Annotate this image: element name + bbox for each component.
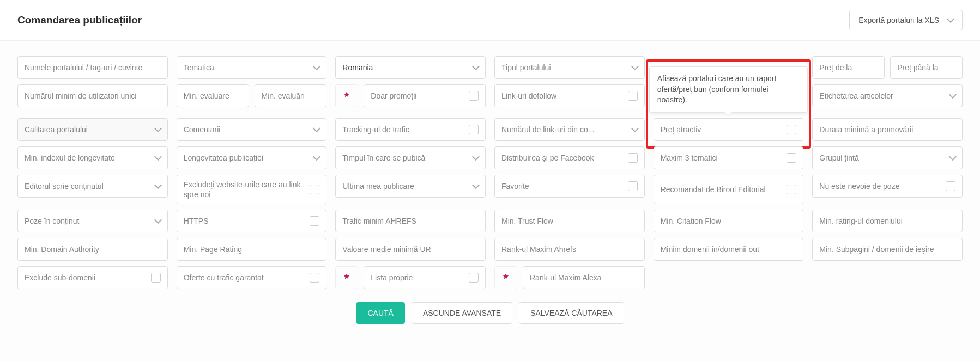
min-pr-input[interactable]	[177, 238, 327, 261]
portal-name-input[interactable]	[17, 56, 168, 79]
checkbox-icon[interactable]	[628, 91, 638, 101]
min-eval-from-field[interactable]	[184, 91, 242, 100]
min-trust-flow-input[interactable]	[494, 210, 645, 232]
min-subpages-input[interactable]	[812, 238, 963, 261]
min-domain-rating-input[interactable]	[812, 210, 963, 232]
min-domains-input[interactable]	[654, 238, 804, 261]
min-eval-to-field[interactable]	[262, 91, 320, 100]
no-photos-label: Nu este nevoie de poze	[819, 182, 941, 191]
https-label: HTTPS	[184, 217, 306, 225]
last-publish-select[interactable]: Ultima mea publicare	[335, 175, 486, 198]
recommended-toggle[interactable]: Recomandat de Biroul Editorial	[654, 175, 804, 204]
longevity-index-select[interactable]: Min. indexul de longevitate	[17, 146, 168, 169]
ahrefs-traffic-input[interactable]	[335, 210, 486, 232]
min-trust-flow-field[interactable]	[501, 217, 638, 225]
exclude-sub-label: Exclude sub-domenii	[25, 273, 147, 282]
quality-select[interactable]: Calitatea portalului	[17, 118, 168, 141]
pub-longevity-select[interactable]: Longevitatea publicației	[177, 146, 327, 169]
checkbox-icon[interactable]	[787, 153, 796, 163]
tooltip-text: Afișează portaluri care au un raport ofe…	[657, 74, 777, 104]
min-eval-from-input[interactable]	[177, 84, 249, 107]
country-value: Romania	[342, 63, 469, 72]
max-alexa-field[interactable]	[530, 273, 638, 282]
exclude-sub-toggle[interactable]: Exclude sub-domenii	[17, 266, 168, 289]
article-label-select[interactable]: Etichetarea articolelor	[812, 84, 963, 107]
min-subpages-field[interactable]	[819, 245, 955, 254]
checkbox-icon[interactable]	[469, 91, 479, 101]
checkbox-icon[interactable]	[469, 273, 479, 283]
min-users-field[interactable]	[25, 91, 161, 100]
traffic-tracking-toggle[interactable]: Tracking-ul de trafic	[335, 118, 486, 141]
checkbox-icon[interactable]	[310, 185, 319, 194]
checkbox-icon[interactable]	[310, 216, 319, 226]
price-to-field[interactable]	[897, 63, 955, 72]
target-group-select[interactable]: Grupul țintă	[812, 146, 963, 169]
portal-name-field[interactable]	[25, 63, 161, 72]
own-list-toggle[interactable]: Lista proprie	[364, 266, 486, 289]
checkbox-icon[interactable]	[151, 273, 161, 283]
checkbox-icon[interactable]	[628, 153, 638, 163]
checkbox-icon[interactable]	[469, 125, 479, 134]
min-da-field[interactable]	[25, 245, 161, 254]
photos-in-label: Poze în conținut	[25, 217, 151, 225]
save-search-button[interactable]: SALVEAZĂ CĂUTAREA	[519, 302, 624, 324]
price-from-field[interactable]	[819, 63, 878, 72]
no-photos-toggle[interactable]: Nu este nevoie de poze	[812, 175, 963, 198]
min-eval-to-input[interactable]	[255, 84, 327, 107]
chevron-down-icon	[154, 153, 162, 161]
max3themes-toggle[interactable]: Maxim 3 tematici	[654, 146, 804, 169]
only-promo-label: Doar promoții	[371, 91, 464, 100]
recommended-label: Recomandat de Biroul Editorial	[661, 185, 783, 194]
checkbox-icon[interactable]	[946, 181, 955, 191]
promo-duration-field[interactable]	[819, 125, 955, 134]
dofollow-toggle[interactable]: Link-uri dofollow	[494, 84, 645, 107]
min-citation-flow-field[interactable]	[661, 217, 797, 225]
fb-dist-toggle[interactable]: Distribuirea și pe Facebook	[494, 146, 645, 169]
max-ahrefs-rank-field[interactable]	[501, 245, 638, 254]
guaranteed-traffic-toggle[interactable]: Oferte cu trafic garantat	[177, 266, 327, 289]
max-alexa-input[interactable]	[523, 266, 645, 289]
min-pr-field[interactable]	[184, 245, 320, 254]
min-da-input[interactable]	[17, 238, 168, 261]
only-promo-toggle[interactable]: Doar promoții	[364, 84, 486, 107]
checkbox-icon[interactable]	[628, 181, 638, 191]
editor-writes-select[interactable]: Editorul scrie conținutul	[17, 175, 168, 198]
min-domain-rating-field[interactable]	[819, 217, 955, 225]
https-toggle[interactable]: HTTPS	[177, 210, 327, 232]
publish-time-select[interactable]: Timpul în care se pubică	[335, 146, 486, 169]
num-links-select[interactable]: Numărul de link-uri din co...	[494, 118, 645, 141]
comments-select[interactable]: Comentarii	[177, 118, 327, 141]
export-xls-button[interactable]: Exportă portaluri la XLS	[849, 10, 963, 30]
publish-time-label: Timpul în care se pubică	[342, 154, 469, 162]
portal-type-select[interactable]: Tipul portalului	[494, 56, 645, 79]
page-title: Comandarea publicațiilor	[17, 14, 142, 26]
dofollow-label: Link-uri dofollow	[501, 91, 624, 100]
search-button[interactable]: CAUTĂ	[356, 302, 404, 324]
avg-ur-field[interactable]	[342, 245, 479, 254]
chevron-down-icon	[949, 91, 957, 99]
checkbox-icon[interactable]	[787, 125, 796, 134]
min-citation-flow-input[interactable]	[654, 210, 804, 232]
chevron-down-icon	[313, 125, 320, 132]
country-select[interactable]: Romania	[335, 56, 486, 79]
hide-advanced-button[interactable]: ASCUNDE AVANSATE	[412, 302, 512, 324]
checkbox-icon[interactable]	[310, 273, 319, 283]
max-alexa-badge-icon	[494, 266, 517, 289]
photos-in-select[interactable]: Poze în conținut	[17, 210, 168, 232]
chevron-down-icon	[154, 181, 162, 189]
checkbox-icon[interactable]	[787, 185, 796, 194]
own-list-badge-icon	[335, 266, 358, 289]
exclude-linkback-toggle[interactable]: Excludeți website-urile care au link spr…	[177, 175, 327, 204]
theme-select[interactable]: Tematica	[177, 56, 327, 79]
favorite-toggle[interactable]: Favorite	[494, 175, 645, 198]
min-users-input[interactable]	[17, 84, 168, 107]
price-to-input[interactable]	[890, 56, 963, 79]
max-ahrefs-rank-input[interactable]	[494, 238, 645, 261]
chevron-down-icon	[154, 125, 162, 132]
price-from-input[interactable]	[812, 56, 885, 79]
attractive-price-toggle[interactable]: Preț atractiv	[654, 118, 804, 141]
avg-ur-input[interactable]	[335, 238, 486, 261]
min-domains-field[interactable]	[661, 245, 797, 254]
promo-duration-input[interactable]	[812, 118, 963, 141]
ahrefs-traffic-field[interactable]	[342, 217, 479, 225]
